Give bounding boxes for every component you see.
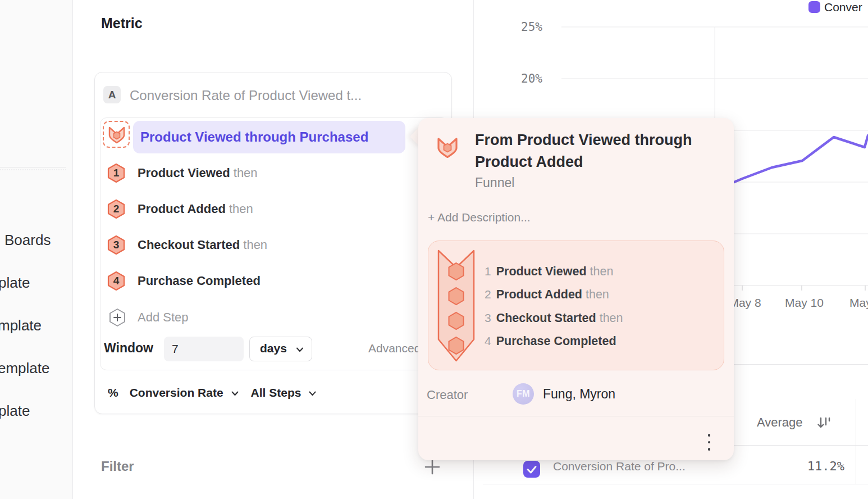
metric-section-heading: Metric [101, 15, 143, 31]
sidebar-item-boards[interactable]: Boards [4, 232, 51, 248]
funnel-step-row[interactable]: 3 Checkout Started then [100, 235, 437, 255]
measure-type-dropdown[interactable]: Conversion Rate [130, 386, 223, 400]
step-connector: then [229, 202, 253, 216]
popover-title: From Product Viewed throughProduct Added [475, 129, 722, 173]
step-3-hexagon-icon: 3 [107, 235, 126, 255]
funnel-step-row[interactable]: 1 Product Viewed then [100, 163, 437, 183]
popover-step-row: 3Checkout Started then [485, 307, 720, 329]
sidebar-divider [0, 167, 66, 167]
x-axis-ticks [742, 285, 865, 291]
window-unit-value: days [260, 342, 287, 355]
series-a-badge: A [103, 86, 121, 103]
sidebar: Boards plate mplate emplate plate [0, 0, 73, 499]
popover-footer-divider [418, 416, 734, 416]
series-checkbox[interactable] [523, 461, 540, 478]
step-1-hexagon-icon: 1 [107, 163, 126, 183]
table-row-average-value: 11.2% [788, 459, 844, 473]
popover-steps-card: 1Product Viewed then 2Product Added then… [428, 241, 724, 370]
step-name: Purchase Completed [138, 274, 261, 288]
chevron-down-icon [296, 347, 304, 352]
step-name: Product Added [138, 202, 226, 216]
sidebar-divider-dots [0, 169, 66, 170]
add-filter-button[interactable] [423, 457, 442, 477]
funnel-icon [108, 125, 126, 144]
advanced-link[interactable]: Advanced [368, 342, 421, 355]
table-row-divider [483, 484, 868, 484]
step-name: Checkout Started [138, 238, 240, 252]
more-options-kebab-menu[interactable] [701, 430, 718, 454]
sort-descending-icon[interactable] [817, 416, 832, 432]
add-description-link[interactable]: + Add Description... [428, 211, 531, 224]
metric-card: A Conversion Rate of Product Viewed t...… [94, 72, 452, 414]
table-column-divider [856, 399, 856, 484]
step-4-hexagon-icon: 4 [107, 271, 126, 291]
percent-symbol: % [108, 386, 118, 400]
sidebar-item-template-1[interactable]: plate [0, 274, 30, 291]
average-column-header[interactable]: Average [757, 415, 803, 430]
popover-step-row: 4Purchase Completed [485, 330, 720, 352]
popover-step-row: 2Product Added then [485, 283, 720, 306]
step-name: Product Viewed [138, 166, 230, 180]
funnel-step-row[interactable]: 4 Purchase Completed [100, 271, 437, 291]
series-title: Conversion Rate of Product Viewed t... [130, 88, 362, 103]
conversion-window-row: Window days Advanced [100, 337, 444, 361]
funnel-step-row[interactable]: 2 Product Added then [100, 199, 437, 219]
chevron-down-icon [231, 391, 239, 396]
measure-row: % Conversion Rate All Steps [95, 370, 451, 415]
funnel-details-popover: From Product Viewed throughProduct Added… [418, 118, 734, 460]
steps-scope-dropdown[interactable]: All Steps [251, 386, 301, 400]
step-2-hexagon-icon: 2 [107, 199, 126, 219]
step-connector: then [243, 238, 267, 252]
funnel-metric-icon[interactable] [103, 121, 130, 148]
sidebar-item-template-2[interactable]: mplate [0, 317, 42, 334]
window-value-input[interactable] [164, 337, 244, 361]
popover-step-row: 1Product Viewed then [485, 260, 720, 283]
add-step-button[interactable]: Add Step [100, 307, 437, 328]
window-label: Window [104, 341, 153, 356]
metric-type-label: Funnel [475, 175, 514, 190]
step-connector: then [234, 166, 258, 180]
plus-icon [423, 457, 442, 477]
add-step-hexagon-plus-icon [108, 307, 127, 328]
funnel-editor-card: Product Viewed through Purchased 1 Produ… [100, 117, 448, 370]
selected-funnel-step[interactable]: Product Viewed through Purchased [133, 121, 405, 153]
table-row-label: Conversion Rate of Pro... [553, 460, 686, 473]
add-step-label: Add Step [138, 307, 189, 328]
funnel-icon [437, 136, 458, 162]
window-unit-select[interactable]: days [249, 337, 312, 361]
checkmark-icon [523, 461, 540, 478]
creator-name: Fung, Myron [543, 387, 615, 402]
filter-section-heading: Filter [101, 459, 134, 474]
sidebar-item-template-3[interactable]: emplate [0, 360, 50, 376]
sidebar-item-template-4[interactable]: plate [0, 402, 30, 419]
creator-avatar: FM [513, 383, 534, 405]
funnel-ribbon-icon [437, 250, 475, 362]
chevron-down-icon [309, 391, 316, 396]
creator-label: Creator [427, 388, 468, 402]
